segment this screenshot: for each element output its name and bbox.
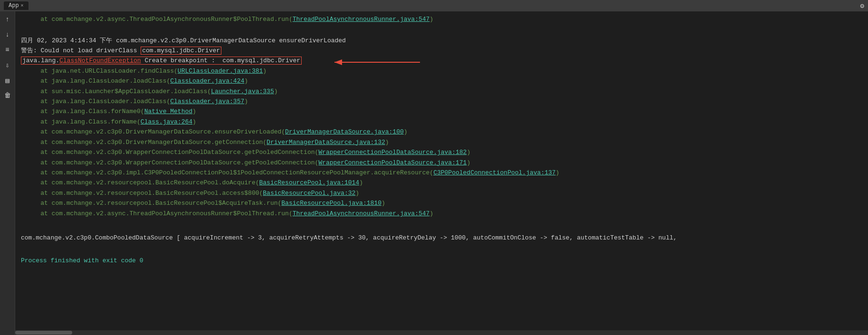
link-classloader-424[interactable]: ClassLoader.java:424 [170,77,244,85]
stack-line-10: at com.mchange.v2.c3p0.WrapperConnection… [21,158,862,168]
print-button[interactable]: ▤ [2,75,13,86]
stack-line-9: at com.mchange.v2.c3p0.WrapperConnection… [21,147,862,157]
exception-class-box: java.lang.ClassNotFoundException Create … [21,57,302,65]
stack-line-top: at com.mchange.v2.async.ThreadPoolAsynch… [21,14,862,24]
stack-line-5: at java.lang.Class.forName0(Native Metho… [21,106,862,116]
link-basicpool-1810[interactable]: BasicResourcePool.java:1810 [281,200,382,207]
title-bar-right: ⚙ [860,2,864,10]
link-wrapper-182[interactable]: WrapperConnectionPoolDataSource.java:182 [318,149,467,156]
link-launcher-335[interactable]: Launcher.java:335 [211,88,274,95]
stack-line-6: at java.lang.Class.forName(Class.java:26… [21,117,862,127]
breakpoint-driver-text: com.mysql.jdbc.Driver [222,57,300,64]
stack-line-15: at com.mchange.v2.async.ThreadPoolAsynch… [21,209,862,219]
warning-line: 警告: Could not load driverClass com.mysql… [21,46,862,56]
stack-line-14: at com.mchange.v2.resourcepool.BasicReso… [21,198,862,208]
exception-line-container: java.lang.ClassNotFoundException Create … [21,56,302,66]
stack-line-3: at sun.misc.Launcher$AppClassLoader.load… [21,86,862,96]
sidebar: ↑ ↓ ≡ ⇩ ▤ 🗑 [0,11,15,335]
combo-line: com.mchange.v2.c3p0.ComboPooledDataSourc… [21,233,862,243]
lines-button[interactable]: ≡ [2,45,13,55]
up-button[interactable]: ↑ [2,14,13,25]
settings-icon[interactable]: ⚙ [860,2,864,10]
link-wrapper-171[interactable]: WrapperConnectionPoolDataSource.java:171 [318,159,467,166]
app-tab[interactable]: App × [4,1,29,10]
process-finished-line: Process finished with exit code 0 [21,256,862,266]
trash-button[interactable]: 🗑 [2,90,13,101]
link-native-method[interactable]: Native Method [144,108,192,115]
stack-line-12: at com.mchange.v2.resourcepool.BasicReso… [21,178,862,188]
timestamp-line: 四月 02, 2023 4:14:34 下午 com.mchange.v2.c3… [21,36,862,46]
import-button[interactable]: ⇩ [2,60,13,70]
app-tab-label: App [9,2,19,9]
link-urlclassloader[interactable]: URLClassLoader.java:381 [178,67,263,75]
link-threadpool-547[interactable]: ThreadPoolAsynchronousRunner.java:547 [293,210,430,217]
stack-line-1: at java.net.URLClassLoader.findClass(URL… [21,66,862,76]
link-threadpool-top[interactable]: ThreadPoolAsynchronousRunner.java:547 [293,16,430,23]
title-bar: App × ⚙ [0,0,868,11]
blank-line-1 [21,24,862,34]
stack-line-4: at java.lang.ClassLoader.loadClass(Class… [21,96,862,106]
link-class-264[interactable]: Class.java:264 [141,118,192,125]
stack-line-2: at java.lang.ClassLoader.loadClass(Class… [21,76,862,86]
link-classloader-357[interactable]: ClassLoader.java:357 [170,98,244,105]
blank-line-2 [21,219,862,229]
stack-line-7: at com.mchange.v2.c3p0.DriverManagerData… [21,127,862,137]
link-basicpool-1014[interactable]: BasicResourcePool.java:1014 [259,179,359,186]
link-basicpool-32[interactable]: BasicResourcePool.java:32 [263,190,355,197]
down-button[interactable]: ↓ [2,29,13,40]
link-dmdatasource-132[interactable]: DriverManagerDataSource.java:132 [267,139,385,146]
console-output: at com.mchange.v2.async.ThreadPoolAsynch… [15,11,868,335]
stack-line-13: at com.mchange.v2.resourcepool.BasicReso… [21,188,862,198]
exception-line: java.lang.ClassNotFoundException Create … [21,56,302,66]
class-not-found-text: ClassNotFoundException [59,57,141,64]
tab-close-icon[interactable]: × [21,3,24,9]
stack-line-8: at com.mchange.v2.c3p0.DriverManagerData… [21,137,862,147]
driver-class-highlight: com.mysql.jdbc.Driver [141,47,221,55]
link-dmdatasource-100[interactable]: DriverManagerDataSource.java:100 [285,128,404,135]
scroll-thumb[interactable] [15,331,72,335]
blank-line-3 [21,243,862,253]
link-c3p0pool-137[interactable]: C3P0PooledConnectionPool.java:137 [433,169,555,176]
stack-line-11: at com.mchange.v2.c3p0.impl.C3P0PooledCo… [21,168,862,178]
title-bar-left: App × [4,1,29,10]
horizontal-scrollbar[interactable] [15,330,868,335]
